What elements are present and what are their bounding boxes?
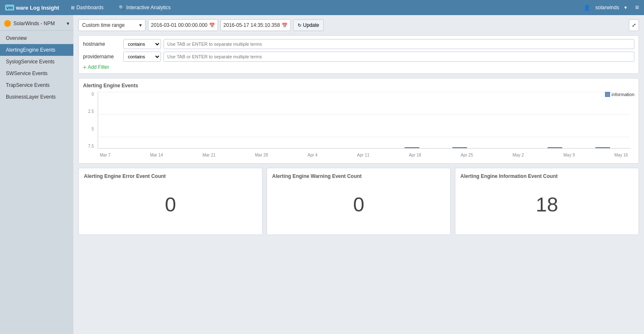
chart-plot-inner (98, 92, 630, 148)
dashboards-icon: ⊞ (71, 5, 75, 10)
time-range-dropdown[interactable]: Custom time range ▾ (78, 19, 145, 31)
sidebar-item-swservice-events[interactable]: SWService Events (0, 68, 73, 79)
bar-group-6 (388, 147, 435, 148)
bar-group-10 (579, 147, 626, 148)
expand-icon: ⤢ (632, 22, 636, 28)
dashboards-label: Dashboards (76, 5, 104, 10)
sidebar-item-syslog-service-events[interactable]: SyslogService Events (0, 56, 73, 68)
update-label: Update (303, 22, 319, 28)
chart-bar-9[interactable] (548, 147, 562, 148)
sidebar: SolarWinds - NPM ▾ Overview AlertingEngi… (0, 15, 73, 334)
sidebar-item-overview-label: Overview (6, 35, 27, 41)
sidebar-app-title[interactable]: SolarWinds - NPM ▾ (0, 17, 73, 31)
error-count-title: Alerting Engine Error Event Count (84, 173, 257, 179)
filter-row-hostname: hostname contains (83, 39, 634, 49)
search-icon: 🔍 (119, 5, 125, 10)
refresh-icon: ↻ (298, 23, 301, 28)
sidebar-item-swservice-label: SWService Events (6, 70, 47, 76)
top-nav: vm ware Log Insight ⊞ Dashboards 🔍 Inter… (0, 0, 644, 15)
providername-operator-select[interactable]: contains (123, 52, 161, 62)
start-date-value: 2016-03-01 00:00:00.000 (151, 22, 208, 28)
sidebar-item-businesslayer-label: BusinessLayer Events (6, 94, 56, 100)
warning-count-title: Alerting Engine Warning Event Count (272, 173, 445, 179)
providername-label: providername (83, 54, 121, 60)
x-label-9: May 9 (564, 153, 575, 157)
expand-button[interactable]: ⤢ (629, 19, 639, 31)
time-range-dropdown-icon: ▾ (139, 22, 142, 28)
brand-name: ware Log Insight (16, 5, 59, 11)
count-card-warning: Alerting Engine Warning Event Count 0 (267, 168, 451, 235)
x-label-4: Apr 4 (308, 153, 318, 157)
menu-icon[interactable]: ≡ (635, 4, 639, 11)
y-axis: 7.5 5 2.5 0 (83, 92, 96, 149)
end-date-value: 2016-05-17 14:35:10.358 (223, 22, 280, 28)
providername-value-input[interactable] (164, 52, 634, 62)
filters-panel: hostname contains providername contains … (78, 35, 639, 74)
bar-group-7 (436, 147, 483, 148)
sidebar-item-trapservice-events[interactable]: TrapService Events (0, 79, 73, 91)
end-date-input[interactable]: 2016-05-17 14:35:10.358 📅 (221, 19, 291, 31)
sidebar-item-trapservice-label: TrapService Events (6, 82, 49, 88)
interactive-analytics-label: Interactive Analytics (126, 5, 171, 10)
chart-area: 7.5 5 2.5 0 information (83, 92, 634, 159)
filter-row-providername: providername contains (83, 52, 634, 62)
brand-logo: vm ware Log Insight (5, 5, 59, 11)
count-cards: Alerting Engine Error Event Count 0 Aler… (78, 168, 639, 235)
information-count-title: Alerting Engine Information Event Count (460, 173, 634, 179)
count-card-error: Alerting Engine Error Event Count 0 (78, 168, 262, 235)
hostname-value-input[interactable] (164, 39, 634, 49)
x-label-6: Apr 18 (409, 153, 421, 157)
nav-right: 👤 solarwinds ▾ ≡ (584, 4, 639, 11)
app-icon (4, 20, 11, 27)
chart-card: Alerting Engine Events 7.5 5 2.5 0 infor… (78, 78, 639, 164)
chart-bar-6[interactable] (405, 147, 419, 148)
add-filter-icon: + (83, 64, 86, 70)
main-layout: SolarWinds - NPM ▾ Overview AlertingEngi… (0, 15, 644, 334)
user-label: solarwinds (595, 5, 619, 10)
user-icon: 👤 (584, 5, 590, 11)
count-card-information: Alerting Engine Information Event Count … (455, 168, 639, 235)
x-label-3: Mar 28 (255, 153, 268, 157)
calendar-icon-end[interactable]: 📅 (282, 23, 288, 28)
x-axis: Mar 7Mar 14Mar 21Mar 28Apr 4Apr 11Apr 18… (98, 151, 630, 159)
add-filter-button[interactable]: + Add Filter (83, 64, 634, 70)
y-7.5: 7.5 (88, 144, 94, 149)
toolbar: Custom time range ▾ 2016-03-01 00:00:00.… (78, 19, 639, 31)
sidebar-item-alerting-engine-events[interactable]: AlertingEngine Events (0, 44, 73, 56)
sidebar-item-overview[interactable]: Overview (0, 32, 73, 44)
nav-interactive-analytics[interactable]: 🔍 Interactive Analytics (115, 0, 174, 15)
add-filter-label: Add Filter (88, 64, 109, 70)
bar-group-9 (532, 147, 579, 148)
y-2.5: 2.5 (88, 109, 94, 114)
y-0: 0 (91, 92, 94, 97)
x-label-10: May 16 (614, 153, 628, 157)
vm-icon: vm (5, 5, 14, 10)
hostname-label: hostname (83, 41, 121, 47)
update-button[interactable]: ↻ Update (293, 19, 324, 31)
chart-bar-7[interactable] (452, 147, 467, 148)
start-date-input[interactable]: 2016-03-01 00:00:00.000 📅 (148, 19, 218, 31)
chart-title: Alerting Engine Events (83, 83, 634, 89)
chart-bar-10[interactable] (595, 147, 610, 148)
x-label-0: Mar 7 (100, 153, 111, 157)
calendar-icon-start[interactable]: 📅 (209, 23, 215, 28)
user-dropdown-icon[interactable]: ▾ (624, 5, 627, 10)
sidebar-app-title-label: SolarWinds - NPM (13, 21, 55, 26)
chart-plot (98, 92, 630, 149)
warning-count-value: 0 (272, 179, 445, 230)
sidebar-item-businesslayer-events[interactable]: BusinessLayer Events (0, 91, 73, 103)
information-count-value: 18 (460, 179, 634, 230)
error-count-value: 0 (84, 179, 257, 230)
x-label-7: Apr 25 (461, 153, 473, 157)
y-5: 5 (91, 127, 94, 131)
sidebar-dropdown-icon: ▾ (67, 21, 69, 26)
sidebar-item-syslog-label: SyslogService Events (6, 59, 55, 65)
nav-left: vm ware Log Insight ⊞ Dashboards 🔍 Inter… (5, 0, 174, 15)
hostname-operator-select[interactable]: contains (123, 39, 161, 49)
sidebar-item-alerting-engine-label: AlertingEngine Events (6, 47, 55, 53)
nav-dashboards[interactable]: ⊞ Dashboards (68, 0, 107, 15)
x-label-2: Mar 21 (203, 153, 216, 157)
x-label-1: Mar 14 (150, 153, 163, 157)
x-label-5: Apr 11 (357, 153, 369, 157)
time-range-label: Custom time range (82, 22, 125, 28)
